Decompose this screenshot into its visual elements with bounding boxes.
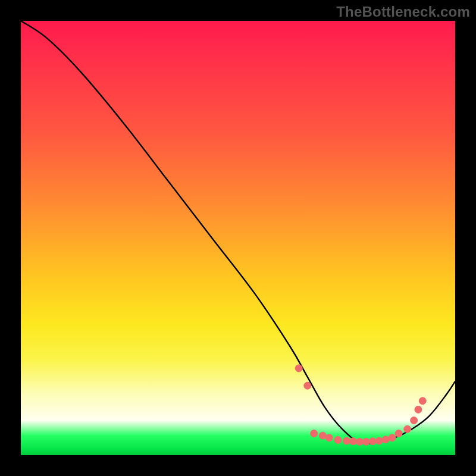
data-marker [349, 438, 356, 445]
data-marker [325, 434, 333, 441]
plot-area [21, 21, 455, 455]
chart-svg [21, 21, 455, 455]
data-marker [419, 397, 426, 405]
data-marker [311, 430, 318, 437]
chart-frame: TheBottleneck.com [0, 0, 476, 476]
bottleneck-curve [21, 21, 455, 443]
data-marker [375, 437, 383, 444]
data-marker [369, 438, 376, 445]
data-marker [411, 417, 418, 424]
data-marker [334, 436, 342, 443]
data-marker [319, 432, 326, 439]
data-markers [295, 365, 426, 445]
data-marker [295, 365, 302, 372]
data-marker [415, 406, 422, 413]
watermark-text: TheBottleneck.com [336, 4, 470, 20]
data-marker [356, 438, 363, 445]
data-marker [395, 430, 402, 437]
data-marker [362, 438, 369, 445]
data-marker [404, 425, 411, 433]
data-marker [304, 382, 311, 389]
data-marker [343, 437, 350, 444]
data-marker [382, 436, 389, 443]
data-marker [389, 434, 396, 441]
